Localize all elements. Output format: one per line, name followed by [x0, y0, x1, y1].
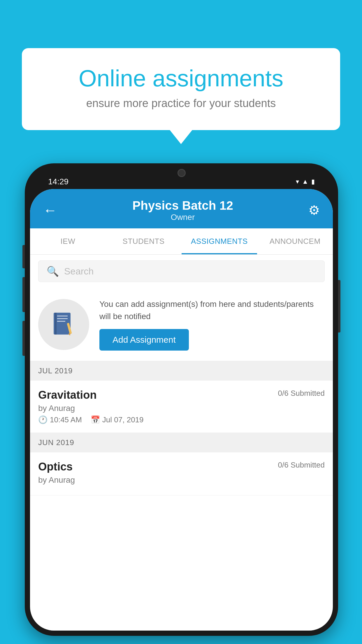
- tab-students[interactable]: STUDENTS: [106, 228, 182, 254]
- tab-iew[interactable]: IEW: [30, 228, 106, 254]
- assignment-row-top: Gravitation 0/6 Submitted: [38, 389, 325, 401]
- search-bar[interactable]: 🔍 Search: [38, 260, 325, 282]
- signal-icon: ▲: [302, 178, 308, 186]
- assignment-author: by Anurag: [38, 404, 325, 413]
- promo-content: You can add assignment(s) from here and …: [99, 298, 325, 351]
- assignment-date: 📅 Jul 07, 2019: [91, 415, 144, 424]
- side-button-volume-down: [22, 277, 25, 312]
- phone-notch: [152, 163, 211, 182]
- svg-rect-2: [57, 316, 68, 316]
- search-icon: 🔍: [47, 265, 59, 277]
- clock-icon: 🕐: [38, 415, 48, 424]
- header-center: Physics Batch 12 Owner: [132, 199, 233, 222]
- search-input[interactable]: Search: [64, 266, 94, 277]
- side-button-power: [338, 280, 340, 332]
- assignment-title: Gravitation: [38, 389, 97, 401]
- bubble-subtitle: ensure more practice for your students: [45, 97, 317, 110]
- assignment-time: 🕐 10:45 AM: [38, 415, 82, 424]
- assignment-promo: You can add assignment(s) from here and …: [30, 288, 333, 361]
- settings-icon[interactable]: ⚙: [308, 203, 320, 218]
- phone-frame: 14:29 ▾ ▲ ▮ ← Physics Batch 12 Owner ⚙ I…: [25, 163, 338, 636]
- add-assignment-button[interactable]: Add Assignment: [99, 329, 189, 351]
- side-button-volume-up: [22, 245, 25, 268]
- speech-bubble: Online assignments ensure more practice …: [22, 48, 340, 130]
- assignment-author-optics: by Anurag: [38, 475, 325, 485]
- assignment-submitted-count-optics: 0/6 Submitted: [278, 461, 325, 470]
- battery-icon: ▮: [311, 178, 315, 186]
- header-subtitle: Owner: [132, 213, 233, 222]
- tab-assignments[interactable]: ASSIGNMENTS: [182, 228, 257, 254]
- tab-announcements[interactable]: ANNOUNCEM: [257, 228, 333, 254]
- notebook-icon: [51, 311, 77, 337]
- section-header-jun: JUN 2019: [30, 433, 333, 452]
- tabs-bar: IEW STUDENTS ASSIGNMENTS ANNOUNCEM: [30, 228, 333, 255]
- promo-description: You can add assignment(s) from here and …: [99, 298, 325, 323]
- assignment-title-optics: Optics: [38, 461, 73, 473]
- search-container: 🔍 Search: [30, 255, 333, 288]
- svg-rect-3: [57, 318, 68, 319]
- status-time: 14:29: [48, 177, 68, 186]
- side-button-volume-down2: [22, 321, 25, 356]
- wifi-icon: ▾: [296, 178, 299, 186]
- header-title: Physics Batch 12: [132, 199, 233, 213]
- front-camera: [178, 169, 186, 177]
- app-header: ← Physics Batch 12 Owner ⚙: [30, 189, 333, 228]
- calendar-icon: 📅: [91, 415, 100, 424]
- svg-rect-4: [57, 321, 65, 322]
- assignment-row-top-optics: Optics 0/6 Submitted: [38, 461, 325, 473]
- assignment-submitted-count: 0/6 Submitted: [278, 389, 325, 398]
- assignment-meta: 🕐 10:45 AM 📅 Jul 07, 2019: [38, 415, 325, 424]
- section-header-jul: JUL 2019: [30, 361, 333, 381]
- back-button[interactable]: ←: [43, 202, 57, 218]
- assignment-item-optics[interactable]: Optics 0/6 Submitted by Anurag: [30, 452, 333, 496]
- phone-screen: ← Physics Batch 12 Owner ⚙ IEW STUDENTS …: [30, 189, 333, 631]
- svg-rect-1: [55, 313, 57, 335]
- promo-icon-circle: [38, 299, 89, 350]
- status-icons: ▾ ▲ ▮: [296, 178, 315, 186]
- bubble-title: Online assignments: [45, 66, 317, 91]
- assignment-item-gravitation[interactable]: Gravitation 0/6 Submitted by Anurag 🕐 10…: [30, 381, 333, 433]
